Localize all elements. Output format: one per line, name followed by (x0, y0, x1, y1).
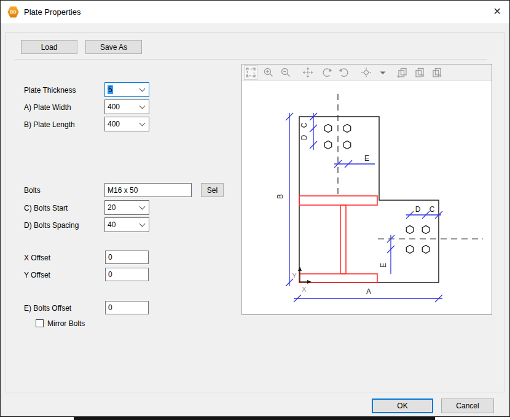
plate-properties-dialog: BD Plate Properties ✕ Load Save As Plate… (0, 0, 510, 417)
mirror-bolts-checkbox[interactable] (36, 319, 44, 327)
preview-toolbar (242, 64, 492, 81)
axis-label-y: Y (292, 272, 297, 279)
close-icon[interactable]: ✕ (493, 6, 501, 18)
dim-label-c-right: C (430, 205, 435, 214)
preview-drawing: B A C D (242, 81, 492, 314)
rotate-cw-icon[interactable] (338, 66, 350, 79)
axis-marker (298, 266, 312, 284)
center-target-icon[interactable] (360, 66, 372, 79)
bolt-group-right (406, 225, 429, 253)
screen: BD Plate Properties ✕ Load Save As Plate… (0, 0, 510, 420)
plate-width-label: A) Plate Width (24, 103, 71, 112)
x-offset-field[interactable] (105, 251, 149, 264)
dim-label-e-right: E (379, 263, 388, 268)
bolts-offset-label: E) Bolts Offset (24, 304, 71, 313)
preview-panel: B A C D (241, 64, 492, 315)
chevron-down-icon[interactable] (139, 103, 146, 109)
bolts-field[interactable] (104, 183, 192, 197)
dim-label-d-top: D (300, 134, 308, 140)
x-offset-label: X Offset (24, 254, 50, 262)
dim-label-d-right: D (415, 205, 421, 214)
bolts-start-label: C) Bolts Start (24, 204, 68, 212)
svg-text:BD: BD (10, 10, 16, 15)
plate-length-value: 400 (108, 120, 120, 128)
zoom-out-icon[interactable] (280, 66, 292, 79)
bolts-offset-field[interactable] (105, 301, 149, 314)
mirror-bolts-label: Mirror Bolts (47, 319, 85, 328)
bolts-spacing-label: D) Bolts Spacing (24, 221, 79, 230)
plate-thickness-value: 5 (108, 85, 113, 94)
dimension-CD-top (310, 113, 317, 150)
chevron-down-icon[interactable] (139, 86, 146, 92)
bolts-label: Bolts (24, 186, 41, 195)
plate-length-combo[interactable]: 400 (104, 117, 149, 131)
axis-label-x: X (302, 286, 307, 293)
plate-width-value: 400 (108, 103, 120, 111)
dim-label-e-top: E (364, 154, 369, 163)
background-strip (74, 417, 435, 420)
y-offset-field[interactable] (105, 268, 149, 281)
load-button[interactable]: Load (21, 40, 77, 54)
copy-view-3-icon[interactable] (431, 66, 443, 79)
app-icon: BD (7, 6, 20, 18)
plate-thickness-label: Plate Thickness (24, 86, 76, 95)
window-title: Plate Properties (24, 7, 81, 17)
ok-button[interactable]: OK (372, 399, 433, 413)
copy-view-2-icon[interactable] (414, 66, 426, 79)
titlebar: BD Plate Properties ✕ (1, 1, 509, 23)
header-separator (14, 59, 487, 60)
bolts-start-value: 20 (108, 203, 116, 212)
dropdown-arrow-icon[interactable] (379, 66, 386, 79)
plate-thickness-combo[interactable]: 5 (104, 82, 149, 97)
bolts-select-button[interactable]: Sel (201, 183, 224, 197)
chevron-down-icon[interactable] (139, 221, 146, 227)
dimension-B (286, 113, 293, 286)
copy-view-1-icon[interactable] (396, 66, 409, 79)
dim-label-a: A (366, 287, 371, 296)
pan-icon[interactable] (302, 66, 314, 79)
dim-label-b: B (276, 194, 284, 199)
save-as-button[interactable]: Save As (85, 40, 142, 54)
preview-canvas[interactable]: B A C D (242, 81, 492, 314)
plate-width-combo[interactable]: 400 (104, 99, 149, 114)
zoom-extents-icon[interactable] (244, 65, 257, 80)
bolts-spacing-combo[interactable]: 40 (104, 217, 149, 232)
dimension-E-right (387, 235, 394, 274)
plate-length-label: B) Plate Length (24, 120, 75, 129)
bolts-spacing-value: 40 (108, 220, 116, 229)
y-offset-label: Y Offset (24, 271, 50, 279)
chevron-down-icon[interactable] (139, 120, 146, 126)
dim-label-c-top: C (300, 122, 308, 128)
chevron-down-icon[interactable] (139, 204, 146, 210)
beam-section (299, 196, 377, 282)
cancel-button[interactable]: Cancel (441, 399, 494, 413)
rotate-ccw-icon[interactable] (321, 66, 333, 79)
zoom-in-icon[interactable] (262, 66, 275, 79)
dimension-DC-right (406, 211, 442, 219)
plate-outline (299, 117, 439, 282)
bolts-start-combo[interactable]: 20 (104, 200, 149, 215)
